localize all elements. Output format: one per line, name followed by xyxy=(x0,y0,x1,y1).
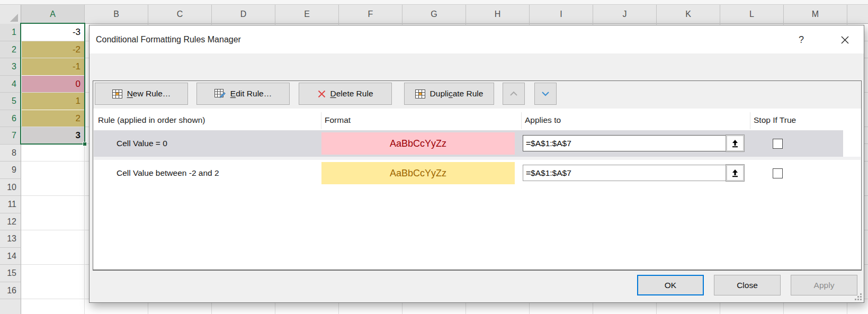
column-header-D[interactable]: D xyxy=(212,5,275,24)
close-icon xyxy=(841,36,849,44)
applies-to-field[interactable]: =$A$1:$A$7 xyxy=(523,165,744,181)
row-header-8[interactable]: 8 xyxy=(0,145,21,162)
column-header-J[interactable]: J xyxy=(593,5,657,24)
column-header-K[interactable]: K xyxy=(657,5,720,24)
collapse-dialog-range-picker-button[interactable] xyxy=(726,165,744,181)
cell-A3[interactable]: -1 xyxy=(22,58,84,75)
row-header-11[interactable]: 11 xyxy=(0,196,21,213)
row-header-4[interactable]: 4 xyxy=(0,76,21,93)
column-header-A[interactable]: A xyxy=(21,5,85,24)
format-preview-swatch: AaBbCcYyZz xyxy=(321,162,515,184)
row-header-9[interactable]: 9 xyxy=(0,162,21,179)
cell-A5[interactable]: 1 xyxy=(22,93,84,110)
row-header-12[interactable]: 12 xyxy=(0,213,21,231)
rule-row-cell-value-between[interactable]: Cell Value between -2 and 2 AaBbCcYyZz =… xyxy=(94,160,843,186)
column-header-B[interactable]: B xyxy=(85,5,148,24)
duplicate-rule-table-icon xyxy=(415,89,425,98)
row-header-13[interactable]: 13 xyxy=(0,230,21,248)
row-header-14[interactable]: 14 xyxy=(0,248,21,265)
stop-if-true-checkbox[interactable] xyxy=(773,168,783,178)
move-rule-down-button[interactable] xyxy=(534,83,557,105)
row-header-1[interactable]: 1 xyxy=(0,24,21,41)
header-divider xyxy=(321,112,321,129)
new-rule-button[interactable]: New Rule… xyxy=(95,83,188,105)
select-all-button[interactable] xyxy=(0,5,21,24)
rules-list-container: New Rule… Edit Rule… Delete Rule Duplica… xyxy=(93,80,862,271)
cell-A2[interactable]: -2 xyxy=(22,41,84,58)
header-format: Format xyxy=(325,111,351,129)
move-rule-up-button[interactable] xyxy=(503,83,525,105)
new-rule-label: New Rule… xyxy=(127,89,171,98)
apply-button[interactable]: Apply xyxy=(791,275,857,295)
help-button[interactable]: ? xyxy=(792,30,811,49)
format-preview-swatch: AaBbCcYyZz xyxy=(321,132,515,155)
header-rule: Rule (applied in order shown) xyxy=(98,111,205,129)
duplicate-rule-label: Duplicate Rule xyxy=(430,89,484,98)
row-header-16[interactable]: 16 xyxy=(0,282,21,300)
column-header-L[interactable]: L xyxy=(720,5,784,24)
row-header-5[interactable]: 5 xyxy=(0,93,21,110)
ok-button[interactable]: OK xyxy=(637,275,704,295)
applies-to-range: =$A$1:$A$7 xyxy=(526,136,571,151)
cell-A7[interactable]: 3 xyxy=(22,127,84,144)
close-button[interactable]: Close xyxy=(714,275,781,295)
delete-x-icon xyxy=(318,90,326,98)
resize-grip-icon[interactable] xyxy=(855,293,862,301)
row-header-2[interactable]: 2 xyxy=(0,41,21,59)
select-all-triangle-icon xyxy=(10,14,18,22)
cell-A4[interactable]: 0 xyxy=(22,76,84,93)
row-header-7[interactable]: 7 xyxy=(0,127,21,145)
edit-rule-label: Edit Rule… xyxy=(230,89,272,98)
chevron-up-icon xyxy=(509,91,518,96)
collapse-dialog-range-picker-button[interactable] xyxy=(726,135,744,151)
range-picker-up-arrow-icon xyxy=(731,139,739,148)
delete-rule-button[interactable]: Delete Rule xyxy=(299,83,392,105)
column-header-F[interactable]: F xyxy=(339,5,402,24)
column-header-H[interactable]: H xyxy=(466,5,530,24)
row-header-10[interactable]: 10 xyxy=(0,179,21,196)
rules-list-headers: Rule (applied in order shown) Format App… xyxy=(93,111,861,130)
edit-rule-pencil-icon xyxy=(214,89,226,98)
range-picker-up-arrow-icon xyxy=(731,169,739,177)
new-rule-table-icon xyxy=(112,89,122,98)
stop-if-true-checkbox[interactable] xyxy=(773,139,783,149)
header-stop-if-true: Stop If True xyxy=(754,111,796,129)
header-applies-to: Applies to xyxy=(525,111,561,129)
cell-A1[interactable]: -3 xyxy=(22,24,84,41)
rules-toolbar: New Rule… Edit Rule… Delete Rule Duplica… xyxy=(93,81,861,109)
close-dialog-button[interactable] xyxy=(835,30,854,49)
delete-rule-label: Delete Rule xyxy=(330,89,373,98)
rule-description: Cell Value between -2 and 2 xyxy=(117,160,219,186)
row-header-15[interactable]: 15 xyxy=(0,265,21,282)
help-icon: ? xyxy=(799,34,804,46)
rule-row-cell-value-equals-0[interactable]: Cell Value = 0 AaBbCcYyZz =$A$1:$A$7 xyxy=(94,130,843,157)
sheet-top-strip xyxy=(0,0,868,5)
dialog-title: Conditional Formatting Rules Manager xyxy=(96,25,241,53)
cell-A6[interactable]: 2 xyxy=(22,110,84,127)
conditional-formatting-rules-manager-dialog: Conditional Formatting Rules Manager ? S… xyxy=(89,25,864,303)
row-header-6[interactable]: 6 xyxy=(0,110,21,128)
header-divider xyxy=(750,112,750,129)
column-header-M[interactable]: M xyxy=(784,5,847,24)
column-header-E[interactable]: E xyxy=(275,5,339,24)
column-header-G[interactable]: G xyxy=(402,5,466,24)
column-header-I[interactable]: I xyxy=(530,5,593,24)
dialog-titlebar: Conditional Formatting Rules Manager ? xyxy=(90,25,864,53)
chevron-down-icon xyxy=(541,91,550,96)
duplicate-rule-button[interactable]: Duplicate Rule xyxy=(404,83,494,105)
header-divider xyxy=(521,112,522,129)
row-header-3[interactable]: 3 xyxy=(0,58,21,76)
rule-description: Cell Value = 0 xyxy=(117,130,167,157)
applies-to-range: =$A$1:$A$7 xyxy=(526,165,571,181)
edit-rule-button[interactable]: Edit Rule… xyxy=(196,83,290,105)
applies-to-field[interactable]: =$A$1:$A$7 xyxy=(523,135,744,151)
column-header-C[interactable]: C xyxy=(148,5,212,24)
